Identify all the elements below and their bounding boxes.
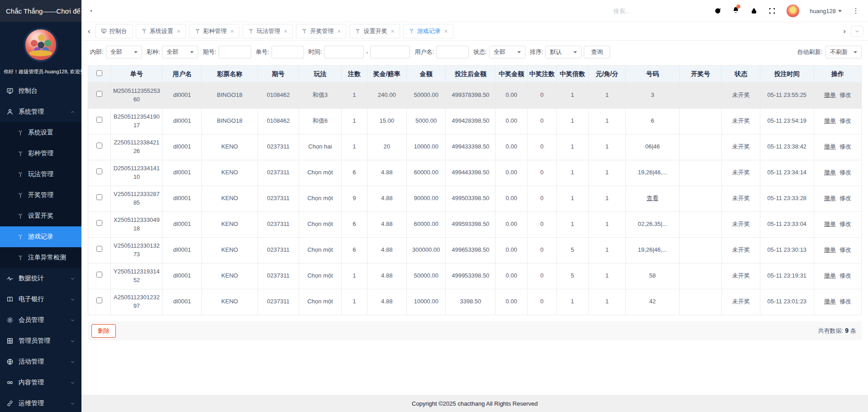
sidebar-item-7[interactable]: 内容管理 (0, 372, 81, 393)
order-input[interactable] (272, 46, 304, 58)
sidebar-item-2[interactable]: 数据统计 (0, 268, 81, 289)
user-menu[interactable]: huang128 (810, 8, 842, 14)
row-checkbox[interactable] (96, 272, 102, 278)
tabbar: ‹ 控制台系统设置×彩种管理×玩法管理×开奖管理×设置开奖×游戏记录× › (81, 22, 868, 41)
modify-link[interactable]: 修改 (839, 169, 851, 176)
close-icon[interactable]: × (337, 28, 341, 34)
close-icon[interactable]: × (284, 28, 287, 34)
sidebar-item-1[interactable]: 系统管理 (0, 101, 81, 122)
sidebar-item-6[interactable]: 活动管理 (0, 351, 81, 372)
modify-link[interactable]: 修改 (839, 246, 851, 253)
select-value: 全部 (110, 48, 122, 56)
modify-link[interactable]: 修改 (839, 220, 851, 227)
table-body: M250511235525360dl0001BINGO180108462和值31… (88, 82, 862, 315)
cancel-order-link[interactable]: 撤单 (824, 272, 836, 279)
time-to-input[interactable] (370, 46, 410, 58)
tab-item-6[interactable]: 游戏记录× (403, 24, 453, 38)
query-button[interactable]: 查询 (584, 46, 610, 58)
sidebar-item-8[interactable]: 运维管理 (0, 393, 81, 412)
search-input[interactable] (613, 8, 704, 14)
cancel-order-link[interactable]: 撤单 (824, 298, 836, 305)
tab-item-3[interactable]: 玩法管理× (243, 24, 293, 38)
tabs-scroll-right[interactable]: › (841, 27, 848, 35)
sidebar-subitem-2[interactable]: 玩法管理 (0, 164, 81, 185)
notifications-button[interactable] (732, 6, 740, 16)
cancel-order-link[interactable]: 撤单 (824, 246, 836, 253)
internal-select[interactable]: 全部 (106, 46, 142, 58)
cancel-order-link[interactable]: 撤单 (824, 143, 836, 150)
modify-link[interactable]: 修改 (839, 117, 851, 124)
tabs-dropdown[interactable] (851, 26, 863, 37)
modify-link[interactable]: 修改 (839, 272, 851, 279)
refresh-icon[interactable] (714, 7, 722, 15)
tab-item-1[interactable]: 系统设置× (136, 24, 186, 38)
cell-bets: 1 (341, 108, 367, 134)
cancel-order-link[interactable]: 撤单 (824, 195, 836, 201)
autorefresh-label: 自动刷新: (797, 48, 822, 56)
autorefresh-select[interactable]: 不刷新 (825, 46, 862, 58)
sidebar-item-5[interactable]: 管理员管理 (0, 331, 81, 351)
close-icon[interactable]: × (177, 28, 181, 34)
cancel-order-link[interactable]: 撤单 (824, 117, 836, 124)
username-input[interactable] (436, 46, 469, 58)
tabs-scroll-left[interactable]: ‹ (86, 27, 92, 35)
cell-unit: 1 (588, 211, 625, 237)
close-icon[interactable]: × (444, 28, 448, 34)
cell-actions: 撤单修改 (814, 82, 861, 108)
cell-win-bets: 0 (527, 108, 556, 134)
more-icon[interactable] (852, 7, 860, 15)
lock-icon[interactable] (750, 7, 758, 15)
tab-item-4[interactable]: 开奖管理× (296, 24, 346, 38)
tab-item-5[interactable]: 设置开奖× (349, 24, 400, 38)
chevron-down-icon (838, 10, 842, 14)
time-from-input[interactable] (324, 46, 364, 58)
cancel-order-link[interactable]: 撤单 (824, 220, 836, 227)
cell-bets: 1 (341, 82, 367, 108)
sidebar: Chắc Thắng——Chơi để 你好！超级管理员-huang128, 欢… (0, 0, 81, 412)
sidebar-item-0[interactable]: 控制台 (0, 81, 81, 101)
sidebar-subitem-3[interactable]: 开奖管理 (0, 185, 81, 206)
delete-button[interactable]: 删除 (91, 324, 116, 338)
cancel-order-link[interactable]: 撤单 (824, 91, 836, 98)
view-numbers-link[interactable]: 查看 (647, 195, 658, 201)
column-header-odds: 奖金/赔率 (367, 66, 406, 83)
status-select[interactable]: 全部 (489, 46, 525, 58)
row-checkbox[interactable] (96, 91, 102, 97)
cancel-order-link[interactable]: 撤单 (824, 169, 836, 176)
sidebar-subitem-1[interactable]: 彩种管理 (0, 143, 81, 164)
select-all-checkbox[interactable] (96, 70, 102, 76)
close-icon[interactable]: × (230, 28, 234, 34)
cell-win-amount: 0.00 (496, 289, 528, 315)
row-checkbox[interactable] (96, 194, 102, 200)
sidebar-item-3[interactable]: 电子银行 (0, 289, 81, 310)
close-icon[interactable]: × (391, 28, 394, 34)
modify-link[interactable]: 修改 (839, 143, 851, 150)
lottery-select[interactable]: 全部 (162, 46, 198, 58)
row-checkbox[interactable] (96, 246, 102, 252)
modify-link[interactable]: 修改 (839, 91, 851, 98)
menu-label: 玩法管理 (28, 170, 53, 178)
row-checkbox[interactable] (96, 143, 102, 149)
sidebar-subitem-4[interactable]: 设置开奖 (0, 206, 81, 226)
avatar[interactable] (786, 4, 800, 18)
modify-link[interactable]: 修改 (839, 298, 851, 305)
menu-fold-icon[interactable] (89, 6, 98, 15)
tab-item-2[interactable]: 彩种管理× (189, 24, 239, 38)
sidebar-item-4[interactable]: 会员管理 (0, 310, 81, 331)
menu-label: 会员管理 (19, 316, 44, 324)
issue-input[interactable] (219, 46, 251, 58)
row-checkbox[interactable] (96, 297, 102, 303)
brand-title: Chắc Thắng——Chơi để (0, 0, 81, 22)
fullscreen-icon[interactable] (768, 7, 776, 15)
row-checkbox[interactable] (96, 117, 102, 123)
row-checkbox[interactable] (96, 168, 102, 174)
sidebar-subitem-0[interactable]: 系统设置 (0, 122, 81, 143)
sidebar-subitem-5[interactable]: 游戏记录 (0, 226, 81, 247)
cell-issue: 0237311 (258, 237, 299, 263)
tab-item-0[interactable]: 控制台 (95, 24, 133, 38)
sidebar-subitem-6[interactable]: 注单异常检测 (0, 247, 81, 268)
cell-username: dl0001 (162, 160, 202, 186)
modify-link[interactable]: 修改 (839, 195, 851, 201)
row-checkbox[interactable] (96, 220, 102, 226)
sort-select[interactable]: 默认 (545, 46, 582, 58)
